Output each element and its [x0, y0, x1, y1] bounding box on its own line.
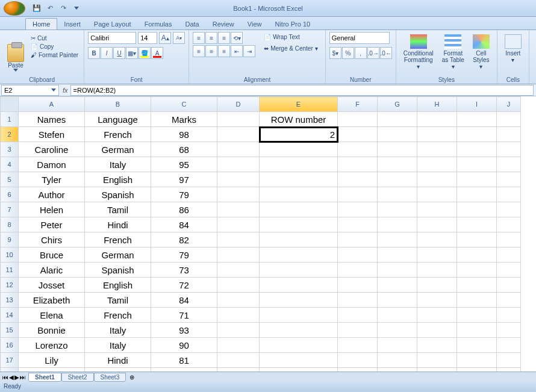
row-header-12[interactable]: 12 — [1, 278, 19, 293]
cell-E4[interactable] — [260, 157, 338, 172]
cell-G14[interactable] — [378, 308, 417, 323]
cell-F14[interactable] — [338, 308, 378, 323]
row-header-3[interactable]: 3 — [1, 142, 19, 157]
conditional-formatting-button[interactable]: Conditional Formatting▾ — [400, 32, 437, 83]
fx-icon[interactable]: fx — [63, 87, 68, 94]
column-header-B[interactable]: B — [85, 97, 151, 112]
cell-G4[interactable] — [378, 157, 417, 172]
cell-J12[interactable] — [497, 278, 521, 293]
cell-A5[interactable]: Tyler — [19, 172, 85, 187]
row-header-9[interactable]: 9 — [1, 232, 19, 247]
cell-I7[interactable] — [457, 202, 497, 217]
cell-J9[interactable] — [497, 232, 521, 247]
cell-G2[interactable] — [378, 127, 417, 142]
cell-F17[interactable] — [338, 353, 378, 368]
cell-J10[interactable] — [497, 247, 521, 263]
cell-B5[interactable]: English — [85, 172, 151, 187]
cell-B8[interactable]: Hindi — [85, 217, 151, 232]
cell-J16[interactable] — [497, 338, 521, 353]
cell-D15[interactable] — [217, 323, 260, 338]
row-header-4[interactable]: 4 — [1, 157, 19, 172]
number-format-select[interactable] — [329, 32, 390, 44]
cell-C12[interactable]: 72 — [151, 278, 217, 293]
cell-G12[interactable] — [378, 278, 417, 293]
cell-H17[interactable] — [417, 353, 457, 368]
fill-color-button[interactable]: 🪣 — [139, 47, 151, 59]
qat-more-icon[interactable] — [71, 3, 82, 14]
name-box[interactable]: E2 — [1, 85, 59, 96]
cell-A11[interactable]: Alaric — [19, 263, 85, 278]
row-header-10[interactable]: 10 — [1, 247, 19, 263]
cell-B6[interactable]: Spanish — [85, 187, 151, 202]
align-left-button[interactable]: ≡ — [193, 45, 205, 57]
cell-D14[interactable] — [217, 308, 260, 323]
office-button[interactable] — [4, 1, 25, 16]
cell-I2[interactable] — [457, 127, 497, 142]
cell-D7[interactable] — [217, 202, 260, 217]
cell-B2[interactable]: French — [85, 127, 151, 142]
cell-G1[interactable] — [378, 112, 417, 127]
column-header-E[interactable]: E — [260, 97, 338, 112]
cell-H6[interactable] — [417, 187, 457, 202]
cut-button[interactable]: ✂ Cut — [29, 34, 80, 42]
cell-B15[interactable]: Italy — [85, 323, 151, 338]
cell-D17[interactable] — [217, 353, 260, 368]
cell-D12[interactable] — [217, 278, 260, 293]
cell-B16[interactable]: Italy — [85, 338, 151, 353]
underline-button[interactable]: U — [113, 47, 125, 59]
cell-H11[interactable] — [417, 263, 457, 278]
cell-A14[interactable]: Elena — [19, 308, 85, 323]
cell-J1[interactable] — [497, 112, 521, 127]
cell-C16[interactable]: 90 — [151, 338, 217, 353]
cell-H15[interactable] — [417, 323, 457, 338]
select-all-corner[interactable] — [1, 97, 19, 112]
copy-button[interactable]: 📄 Copy — [29, 43, 80, 51]
cell-C5[interactable]: 97 — [151, 172, 217, 187]
cell-D1[interactable] — [217, 112, 260, 127]
cell-F13[interactable] — [338, 293, 378, 308]
cell-E11[interactable] — [260, 263, 338, 278]
cell-J4[interactable] — [497, 157, 521, 172]
cell-I10[interactable] — [457, 247, 497, 263]
first-sheet-button[interactable]: ⏮ — [2, 374, 8, 381]
cell-J5[interactable] — [497, 172, 521, 187]
row-header-16[interactable]: 16 — [1, 338, 19, 353]
cell-B3[interactable]: German — [85, 142, 151, 157]
cell-F6[interactable] — [338, 187, 378, 202]
merge-center-button[interactable]: ⬌ Merge & Center ▾ — [260, 43, 322, 54]
cell-F9[interactable] — [338, 232, 378, 247]
cell-I9[interactable] — [457, 232, 497, 247]
cell-H14[interactable] — [417, 308, 457, 323]
sheet-tab-sheet2[interactable]: Sheet2 — [61, 373, 94, 382]
cell-E15[interactable] — [260, 323, 338, 338]
cell-C4[interactable]: 95 — [151, 157, 217, 172]
cell-A6[interactable]: Author — [19, 187, 85, 202]
cell-G9[interactable] — [378, 232, 417, 247]
row-header-17[interactable]: 17 — [1, 353, 19, 368]
cell-I14[interactable] — [457, 308, 497, 323]
row-header-13[interactable]: 13 — [1, 293, 19, 308]
cell-H7[interactable] — [417, 202, 457, 217]
cell-D11[interactable] — [217, 263, 260, 278]
cell-H13[interactable] — [417, 293, 457, 308]
cell-B17[interactable]: Hindi — [85, 353, 151, 368]
cell-B9[interactable]: French — [85, 232, 151, 247]
cell-D8[interactable] — [217, 217, 260, 232]
column-header-H[interactable]: H — [417, 97, 457, 112]
cell-J14[interactable] — [497, 308, 521, 323]
cell-F10[interactable] — [338, 247, 378, 263]
cell-E10[interactable] — [260, 247, 338, 263]
tab-nitro-pro-10[interactable]: Nitro Pro 10 — [268, 19, 317, 30]
cell-B14[interactable]: French — [85, 308, 151, 323]
cell-F8[interactable] — [338, 217, 378, 232]
row-header-14[interactable]: 14 — [1, 308, 19, 323]
column-header-F[interactable]: F — [338, 97, 378, 112]
cell-I15[interactable] — [457, 323, 497, 338]
row-header-15[interactable]: 15 — [1, 323, 19, 338]
cell-B1[interactable]: Language — [85, 112, 151, 127]
cell-I12[interactable] — [457, 278, 497, 293]
cell-C3[interactable]: 68 — [151, 142, 217, 157]
column-header-I[interactable]: I — [457, 97, 497, 112]
insert-cells-button[interactable]: Insert▾ — [501, 32, 525, 83]
cell-G15[interactable] — [378, 323, 417, 338]
